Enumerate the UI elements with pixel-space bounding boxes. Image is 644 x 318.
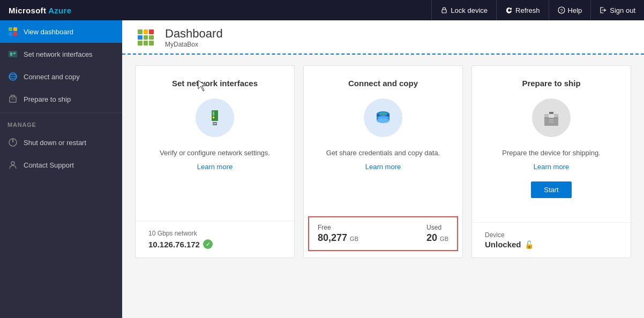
- refresh-button[interactable]: Refresh: [496, 0, 549, 20]
- sidebar-item-label: Contact Support: [24, 161, 74, 169]
- device-status: Unlocked 🔓: [485, 240, 618, 249]
- network-stat-label: 10 Gbps network: [148, 230, 281, 237]
- start-button[interactable]: Start: [531, 181, 571, 198]
- card-title-network: Set network interfaces: [172, 79, 258, 88]
- network-stat-value: 10.126.76.172 ✓: [148, 239, 281, 249]
- manage-section-label: MANAGE: [0, 115, 122, 131]
- card-set-network: Set network interfaces Verify or configu…: [135, 65, 295, 258]
- card-icon-ship: [532, 99, 571, 137]
- signout-icon: [600, 6, 607, 14]
- sidebar-item-prepare-ship[interactable]: Prepare to ship: [0, 88, 122, 110]
- svg-rect-8: [10, 52, 12, 56]
- shipping-box-icon: [540, 107, 563, 129]
- sidebar-item-label: Set network interfaces: [24, 50, 93, 58]
- help-button[interactable]: ? Help: [549, 0, 591, 20]
- svg-rect-18: [212, 110, 218, 121]
- sidebar-item-view-dashboard[interactable]: View dashboard: [0, 20, 122, 43]
- device-label: Device: [485, 231, 618, 239]
- svg-rect-0: [442, 10, 446, 13]
- svg-rect-7: [9, 51, 17, 57]
- card-icon-network: [196, 99, 234, 137]
- dashboard-grid-icon: [138, 29, 154, 46]
- card-footer-ship: Device Unlocked 🔓: [472, 222, 631, 258]
- help-icon: ?: [558, 6, 565, 14]
- free-label: Free: [318, 224, 358, 231]
- card-learn-more-network[interactable]: Learn more: [197, 163, 233, 171]
- refresh-icon: [505, 6, 513, 14]
- svg-rect-20: [213, 117, 214, 118]
- svg-rect-4: [13, 27, 17, 31]
- unlock-icon: 🔓: [525, 240, 534, 249]
- svg-rect-22: [213, 123, 216, 124]
- used-label: Used: [426, 224, 448, 231]
- free-value: 80,277 GB: [318, 232, 358, 244]
- card-footer-network: 10 Gbps network 10.126.76.172 ✓: [136, 221, 294, 258]
- layout: View dashboard Set network interfaces Co…: [0, 20, 644, 318]
- brand-azure: Azure: [48, 6, 71, 15]
- svg-rect-13: [10, 97, 16, 102]
- top-bar: Microsoft Azure Lock device Refresh ? He…: [0, 0, 644, 20]
- page-title-group: Dashboard MyDataBox: [165, 27, 223, 48]
- svg-rect-9: [13, 52, 16, 54]
- card-description-ship: Prepare the device for shipping.: [502, 148, 601, 158]
- card-connect-copy: Connect and copy Get s: [303, 65, 463, 258]
- storage-free: Free 80,277 GB: [318, 224, 358, 244]
- svg-rect-33: [549, 114, 554, 118]
- support-icon: [8, 160, 18, 170]
- card-title-connect: Connect and copy: [348, 79, 418, 88]
- sidebar-item-label: View dashboard: [24, 28, 73, 36]
- storage-used: Used 20 GB: [426, 224, 448, 244]
- connect-copy-icon: [372, 107, 394, 129]
- card-body-ship: Prepare to ship: [472, 66, 631, 222]
- sign-out-button[interactable]: Sign out: [590, 0, 644, 20]
- storage-stats-box: Free 80,277 GB Used 20 GB: [308, 216, 458, 251]
- svg-rect-3: [9, 27, 12, 31]
- page-subtitle: MyDataBox: [165, 41, 223, 48]
- lock-icon: [440, 6, 448, 14]
- cards-container: Set network interfaces Verify or configu…: [122, 55, 644, 269]
- page-header: Dashboard MyDataBox: [122, 20, 644, 55]
- shutdown-icon: [8, 137, 18, 148]
- card-description-connect: Get share credentials and copy data.: [326, 148, 440, 158]
- page-header-icon: [135, 27, 156, 48]
- ship-icon: [8, 94, 18, 104]
- sidebar: View dashboard Set network interfaces Co…: [0, 20, 122, 318]
- brand-microsoft: Microsoft: [9, 6, 48, 15]
- brand: Microsoft Azure: [0, 6, 80, 15]
- storage-row: Free 80,277 GB Used 20 GB: [318, 224, 448, 244]
- card-body-network: Set network interfaces Verify or configu…: [136, 66, 294, 221]
- svg-point-28: [379, 112, 387, 116]
- card-prepare-ship: Prepare to ship: [471, 65, 631, 258]
- sidebar-item-shut-down[interactable]: Shut down or restart: [0, 131, 122, 154]
- sidebar-item-label: Prepare to ship: [24, 95, 71, 103]
- page-title: Dashboard: [165, 27, 223, 41]
- sidebar-item-set-network[interactable]: Set network interfaces: [0, 43, 122, 65]
- sidebar-item-connect-copy[interactable]: Connect and copy: [0, 65, 122, 88]
- main-content: Dashboard MyDataBox Set network interfac…: [122, 20, 644, 318]
- copy-icon: [8, 71, 18, 82]
- sidebar-item-label: Connect and copy: [24, 73, 80, 81]
- svg-rect-19: [213, 111, 214, 116]
- card-learn-more-ship[interactable]: Learn more: [534, 163, 569, 171]
- lock-device-button[interactable]: Lock device: [431, 0, 496, 20]
- svg-text:?: ?: [560, 8, 563, 13]
- used-value: 20 GB: [426, 232, 448, 244]
- svg-point-27: [377, 118, 390, 123]
- sidebar-item-label: Shut down or restart: [24, 139, 86, 147]
- network-icon: [8, 49, 18, 59]
- card-icon-connect: [364, 99, 402, 137]
- svg-rect-5: [9, 32, 12, 36]
- dashboard-icon: [8, 26, 18, 37]
- card-learn-more-connect[interactable]: Learn more: [365, 163, 401, 171]
- card-body-connect: Connect and copy Get s: [304, 66, 462, 216]
- svg-rect-31: [549, 112, 553, 114]
- svg-point-17: [11, 162, 14, 165]
- sidebar-item-contact-support[interactable]: Contact Support: [0, 154, 122, 176]
- card-description-network: Verify or configure network settings.: [160, 148, 270, 158]
- check-icon: ✓: [203, 239, 213, 249]
- svg-rect-6: [13, 32, 17, 36]
- network-device-icon: [204, 107, 226, 128]
- card-title-ship: Prepare to ship: [522, 79, 580, 88]
